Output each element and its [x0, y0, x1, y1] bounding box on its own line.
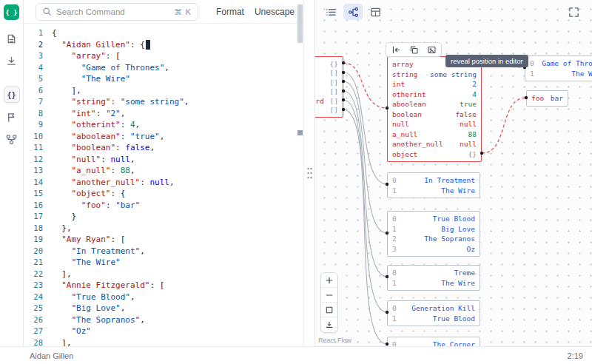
line-number: 23 — [24, 280, 43, 291]
zoom-controls — [320, 272, 338, 333]
search-shortcut: ⌘ K — [175, 7, 192, 16]
node-value: [] — [330, 97, 338, 105]
activity-bar: { } {} — [0, 0, 24, 346]
node-index: 1 — [392, 225, 397, 233]
line-number: 24 — [24, 291, 43, 303]
view-flow-button[interactable] — [343, 4, 363, 20]
line-number: 17 — [24, 211, 43, 223]
react-flow-attribution[interactable]: React Flow — [318, 337, 352, 344]
line-number: 19 — [24, 234, 43, 246]
line-number: 18 — [24, 223, 43, 235]
editor-line: 21 "The Wire" — [24, 257, 303, 269]
graph-pane[interactable]: Aidan Gillen{}Amy Ryan[]Annie Fitzgerald… — [314, 0, 592, 346]
line-number: 13 — [24, 165, 43, 177]
fit-view-button[interactable] — [321, 303, 337, 317]
editor-line: 16 "foo": "bar" — [24, 200, 303, 212]
graph-node-amy-ryan[interactable]: 0In Treatment1The Wire — [387, 172, 480, 198]
node-value: [] — [330, 69, 338, 77]
export-image-button[interactable] — [423, 44, 440, 55]
line-number: 2 — [24, 39, 43, 51]
node-row: foobar — [527, 93, 568, 104]
editor-code[interactable]: 1{2 "Aidan Gillen": {3 "array": [4 "Game… — [24, 24, 303, 346]
view-tree-button[interactable] — [321, 4, 340, 20]
node-value: Oz — [467, 245, 475, 253]
node-value: [] — [330, 106, 338, 114]
editor-line: 25 "Big Love", — [24, 303, 303, 314]
download-icon[interactable] — [4, 53, 20, 69]
scrollbar-thumb[interactable] — [297, 4, 303, 43]
node-value: false — [455, 110, 477, 118]
node-key: Alexander Skarsgard — [314, 97, 324, 105]
node-row: 2The Sopranos — [388, 234, 480, 244]
reveal-in-editor-button[interactable] — [388, 44, 404, 55]
editor-line: 17 } — [24, 211, 303, 223]
node-index: 0 — [392, 176, 397, 184]
node-row: 1Big Love — [388, 224, 480, 235]
app-logo[interactable]: { } — [4, 4, 19, 20]
node-key: boolean — [392, 110, 422, 118]
pane-resizer[interactable] — [303, 0, 314, 346]
node-index: 0 — [530, 59, 534, 67]
node-value: The Sopranos — [424, 235, 475, 243]
search-icon — [42, 7, 52, 16]
line-number: 25 — [24, 303, 43, 314]
node-row: 0Game of Thrones — [525, 58, 592, 69]
node-value: Generation Kill — [411, 304, 475, 312]
format-button[interactable]: Format — [216, 7, 244, 17]
node-value: {} — [468, 150, 477, 158]
node-row: 1The Wire — [388, 186, 480, 196]
export-file-icon[interactable] — [4, 30, 20, 47]
unescape-button[interactable]: Unescape — [255, 7, 295, 17]
flag-icon[interactable] — [4, 109, 20, 125]
editor-line: 10 "aboolean": "true", — [24, 131, 303, 143]
fullscreen-button[interactable] — [564, 4, 583, 20]
editor-actions: Format Unescape — [216, 7, 295, 17]
graph-node-alice-farmer[interactable]: 0The Corner — [387, 337, 480, 346]
node-index: 0 — [392, 269, 397, 277]
editor-line: 26 "The Sopranos", — [24, 314, 303, 326]
line-number: 26 — [24, 314, 43, 326]
node-value: 88 — [468, 130, 477, 138]
zoom-out-button[interactable] — [321, 288, 337, 303]
copy-node-button[interactable] — [406, 44, 422, 55]
search-command-input[interactable]: Search Command ⌘ K — [36, 3, 198, 21]
node-row: Annie Fitzgerald[] — [314, 78, 343, 87]
node-value: 2 — [472, 80, 477, 88]
graph-node-annie-fitzgerald[interactable]: 0True Blood1Big Love2The Sopranos3Oz — [387, 211, 480, 257]
node-row: a_null88 — [388, 129, 481, 140]
editor-line: 28 ], — [24, 337, 303, 347]
line-number: 9 — [24, 119, 43, 131]
node-value: The Wire — [441, 186, 475, 195]
download-image-button[interactable] — [321, 317, 337, 332]
editor-line: 18 }, — [24, 223, 303, 235]
editor-scrollbar[interactable] — [296, 0, 303, 346]
view-grid-button[interactable] — [366, 4, 385, 20]
node-key: object — [392, 150, 417, 158]
node-toolbar — [386, 42, 442, 57]
editor-line: 20 "In Treatment", — [24, 246, 303, 257]
node-row: otherint4 — [388, 90, 481, 100]
graph-node-root[interactable]: Aidan Gillen{}Amy Ryan[]Annie Fitzgerald… — [314, 56, 343, 118]
graph-node-aidan-gillen-array[interactable]: 0Game of Thrones1The Wire — [525, 55, 592, 81]
editor-line: 11 "boolean": false, — [24, 142, 303, 154]
node-value: True Blood — [433, 314, 475, 323]
node-row: Alexander Skarsgard[] — [314, 96, 343, 106]
json-braces-icon[interactable]: {} — [4, 87, 20, 103]
graph-node-anwan-glover[interactable]: 0Treme1The Wire — [387, 265, 480, 291]
editor-line: 19 "Amy Ryan": [ — [24, 234, 303, 246]
graph-node-aidan-gillen[interactable]: array[]stringsome stringint2otherint4abo… — [387, 56, 482, 162]
node-value: 4 — [472, 90, 477, 98]
node-value: Big Love — [441, 225, 475, 233]
graph-node-alexander-skarsgard[interactable]: 0Generation Kill1True Blood — [387, 300, 480, 326]
line-number: 22 — [24, 269, 43, 280]
graph-node-object-foo[interactable]: foobar — [526, 90, 568, 107]
logo-glyph: { } — [5, 9, 17, 16]
node-graph-icon[interactable] — [4, 131, 20, 147]
node-key: array — [392, 60, 414, 68]
app-window: { } {} Search Command ⌘ K — [0, 0, 592, 364]
editor-line: 12 "null": null, — [24, 154, 303, 166]
zoom-in-button[interactable] — [321, 273, 337, 288]
node-row: Alice Farmer[] — [314, 106, 343, 115]
status-cursor-position: 2:19 — [568, 351, 583, 360]
node-index: 0 — [392, 340, 397, 346]
